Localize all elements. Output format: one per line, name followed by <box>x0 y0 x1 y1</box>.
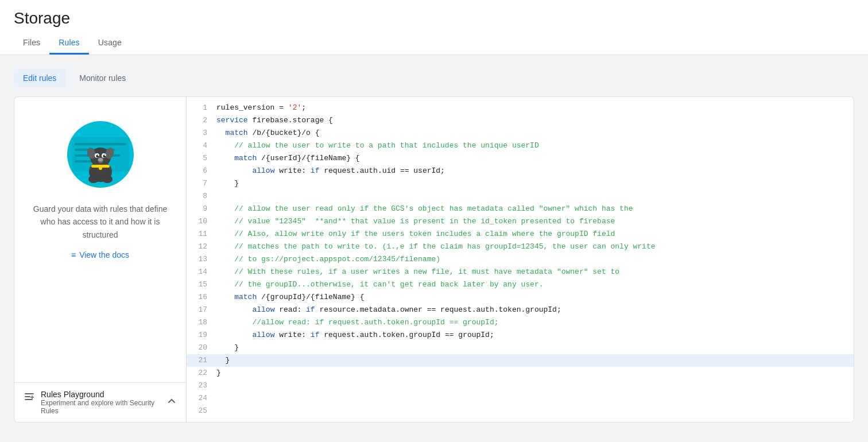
tab-files[interactable]: Files <box>14 32 49 55</box>
svg-point-17 <box>98 158 103 161</box>
code-line-17: allow read: if resource.metadata.owner =… <box>214 304 854 316</box>
left-panel: Guard your data with rules that define w… <box>14 97 187 422</box>
left-panel-content: Guard your data with rules that define w… <box>14 97 186 382</box>
code-lines: rules_version = '2'; service firebase.st… <box>214 97 854 422</box>
line-num-9: 9 <box>187 203 214 215</box>
code-line-7: } <box>214 177 854 190</box>
code-line-3: match /b/{bucket}/o { <box>214 127 854 139</box>
code-line-18: //allow read: if request.auth.token.grou… <box>214 316 854 329</box>
mascot-image <box>66 120 135 189</box>
sub-tabs: Edit rules Monitor rules <box>14 69 854 87</box>
svg-rect-23 <box>25 396 30 397</box>
line-num-8: 8 <box>187 190 214 203</box>
code-line-11: // Also, allow write only if the users t… <box>214 228 854 241</box>
code-line-22: } <box>214 367 854 379</box>
code-line-25 <box>214 405 854 417</box>
code-line-1: rules_version = '2'; <box>214 102 854 114</box>
line-num-25: 25 <box>187 405 214 417</box>
svg-rect-22 <box>25 393 34 394</box>
svg-point-12 <box>96 155 99 158</box>
line-num-15: 15 <box>187 278 214 291</box>
line-num-7: 7 <box>187 177 214 190</box>
line-num-4: 4 <box>187 139 214 152</box>
code-line-15: // the groupID...otherwise, it can't get… <box>214 278 854 291</box>
svg-point-21 <box>99 166 102 170</box>
tab-rules[interactable]: Rules <box>49 32 89 55</box>
code-line-10: // value "12345" **and** that value is p… <box>214 215 854 228</box>
line-num-3: 3 <box>187 127 214 139</box>
guard-description: Guard your data with rules that define w… <box>28 203 172 241</box>
playground-subtitle: Experiment and explore with Security Rul… <box>41 399 166 415</box>
code-line-19: allow write: if request.auth.token.group… <box>214 329 854 342</box>
line-num-19: 19 <box>187 329 214 342</box>
sub-tab-monitor-rules[interactable]: Monitor rules <box>70 69 135 87</box>
playground-icon <box>24 391 35 405</box>
page-title: Storage <box>14 9 854 28</box>
svg-point-18 <box>88 175 99 183</box>
line-num-17: 17 <box>187 304 214 316</box>
line-num-2: 2 <box>187 114 214 127</box>
line-num-13: 13 <box>187 253 214 266</box>
rules-playground-bar[interactable]: Rules Playground Experiment and explore … <box>14 382 186 422</box>
code-line-5: match /{userId}/{fileName} { <box>214 152 854 165</box>
code-line-9: // allow the user read only if the GCS's… <box>214 203 854 215</box>
line-numbers: 1 2 3 4 5 6 7 8 9 10 11 12 13 14 15 16 1 <box>187 97 214 422</box>
playground-left: Rules Playground Experiment and explore … <box>24 390 166 415</box>
playground-info: Rules Playground Experiment and explore … <box>41 390 166 415</box>
page-header: Storage Files Rules Usage <box>0 0 868 55</box>
svg-point-14 <box>98 155 99 156</box>
line-num-20: 20 <box>187 342 214 354</box>
code-line-24 <box>214 392 854 405</box>
line-num-24: 24 <box>187 392 214 405</box>
code-line-14: // With these rules, if a user writes a … <box>214 266 854 278</box>
code-line-4: // allow the user to write to a path tha… <box>214 139 854 152</box>
view-docs-label: View the docs <box>79 250 129 259</box>
code-line-13: // to gs://project.appspot.com/12345/fil… <box>214 253 854 266</box>
main-nav: Files Rules Usage <box>14 32 854 55</box>
code-line-6: allow write: if request.auth.uid == user… <box>214 165 854 177</box>
line-num-10: 10 <box>187 215 214 228</box>
main-content: Edit rules Monitor rules <box>0 55 868 436</box>
line-num-21: 21 <box>187 354 214 367</box>
playground-title: Rules Playground <box>41 390 166 399</box>
line-num-1: 1 <box>187 102 214 114</box>
view-docs-link[interactable]: ≡ View the docs <box>71 250 129 259</box>
svg-rect-24 <box>25 399 32 400</box>
code-line-23 <box>214 379 854 392</box>
code-editor[interactable]: 1 2 3 4 5 6 7 8 9 10 11 12 13 14 15 16 1 <box>187 97 854 422</box>
line-num-6: 6 <box>187 165 214 177</box>
code-line-21: } <box>214 354 854 367</box>
line-num-16: 16 <box>187 291 214 304</box>
docs-icon: ≡ <box>71 250 76 259</box>
sub-tab-edit-rules[interactable]: Edit rules <box>14 69 65 87</box>
editor-container: Guard your data with rules that define w… <box>14 96 854 422</box>
line-num-14: 14 <box>187 266 214 278</box>
code-line-2: service firebase.storage { <box>214 114 854 127</box>
code-line-12: // matches the path to write to. (i.,e i… <box>214 241 854 253</box>
line-num-5: 5 <box>187 152 214 165</box>
code-area: 1 2 3 4 5 6 7 8 9 10 11 12 13 14 15 16 1 <box>187 97 854 422</box>
svg-point-15 <box>104 155 106 156</box>
line-num-12: 12 <box>187 241 214 253</box>
svg-point-19 <box>102 175 113 183</box>
line-num-22: 22 <box>187 367 214 379</box>
svg-point-13 <box>103 155 106 158</box>
code-line-16: match /{groupId}/{fileName} { <box>214 291 854 304</box>
line-num-11: 11 <box>187 228 214 241</box>
line-num-23: 23 <box>187 379 214 392</box>
svg-rect-2 <box>75 143 126 145</box>
chevron-up-icon <box>166 396 177 409</box>
line-num-18: 18 <box>187 316 214 329</box>
tab-usage[interactable]: Usage <box>89 32 131 55</box>
code-line-8 <box>214 190 854 203</box>
code-line-20: } <box>214 342 854 354</box>
